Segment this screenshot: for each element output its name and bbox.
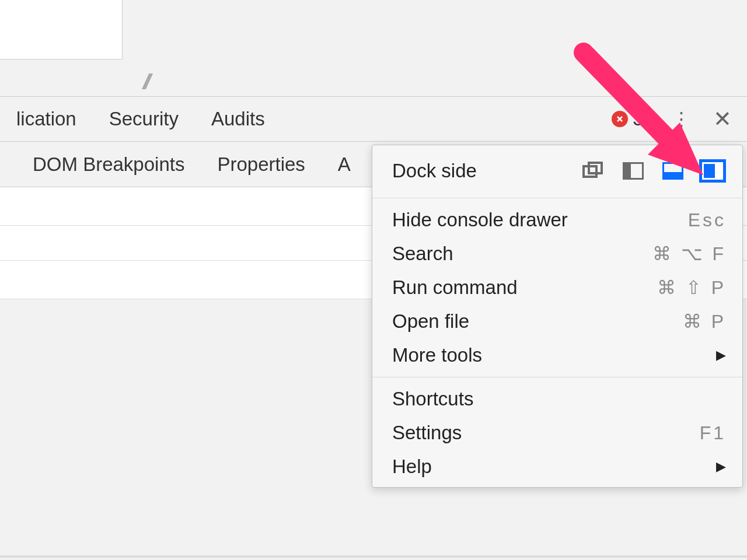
submenu-arrow-icon: ▶ [716, 348, 726, 363]
menu-item-label: More tools [392, 344, 482, 366]
dock-right-icon[interactable] [699, 159, 726, 183]
devtools-main-toolbar: lication Security Audits 30 ⋮ ✕ [0, 96, 747, 142]
menu-open-file[interactable]: Open file ⌘ P [372, 304, 742, 338]
menu-item-label: Hide console drawer [392, 209, 568, 231]
kebab-menu-icon[interactable]: ⋮ [672, 108, 691, 131]
menu-separator [372, 198, 742, 198]
error-count[interactable]: 30 [633, 108, 654, 130]
menu-search[interactable]: Search ⌘ ⌥ F [372, 237, 742, 271]
menu-item-label: Help [392, 456, 432, 478]
svg-rect-5 [623, 163, 631, 179]
tab-application[interactable]: lication [0, 108, 93, 130]
submenu-arrow-icon: ▶ [716, 459, 726, 474]
menu-item-shortcut: F1 [700, 422, 726, 444]
menu-dock-side: Dock side [372, 149, 742, 193]
menu-item-shortcut: Esc [688, 209, 726, 231]
menu-item-shortcut: ⌘ P [683, 310, 726, 332]
devtools-context-menu: Dock side [372, 145, 743, 488]
menu-item-label: Open file [392, 310, 469, 332]
menu-item-label: Settings [392, 422, 462, 444]
tab-properties[interactable]: Properties [217, 153, 337, 176]
bottom-border [0, 555, 747, 558]
dock-bottom-icon[interactable] [659, 159, 686, 183]
close-devtools-icon[interactable]: ✕ [713, 106, 732, 132]
menu-settings[interactable]: Settings F1 [372, 416, 742, 450]
menu-item-shortcut: ⌘ ⇧ P [657, 276, 726, 299]
tab-security[interactable]: Security [93, 108, 195, 130]
page-background-top: /// [0, 0, 747, 96]
error-badge-icon[interactable] [612, 111, 628, 127]
svg-rect-9 [715, 163, 722, 179]
dock-undock-icon[interactable] [580, 159, 607, 183]
menu-run-command[interactable]: Run command ⌘ ⇧ P [372, 271, 742, 304]
tab-audits[interactable]: Audits [195, 108, 281, 130]
menu-item-label: Run command [392, 276, 518, 299]
menu-help[interactable]: Help ▶ [372, 450, 742, 484]
menu-separator [372, 377, 742, 377]
tab-dom-breakpoints[interactable]: DOM Breakpoints [33, 153, 217, 176]
menu-item-shortcut: ⌘ ⌥ F [652, 243, 726, 265]
resize-handle-icon[interactable]: /// [143, 70, 146, 94]
menu-shortcuts[interactable]: Shortcuts [372, 382, 742, 416]
menu-more-tools[interactable]: More tools ▶ [372, 338, 742, 372]
dock-left-icon[interactable] [620, 159, 647, 183]
menu-item-label: Shortcuts [392, 388, 473, 410]
menu-item-label: Search [392, 243, 453, 265]
page-content-box [0, 0, 123, 60]
menu-hide-console[interactable]: Hide console drawer Esc [372, 203, 742, 237]
svg-rect-7 [663, 172, 683, 179]
dock-side-label: Dock side [392, 160, 477, 182]
